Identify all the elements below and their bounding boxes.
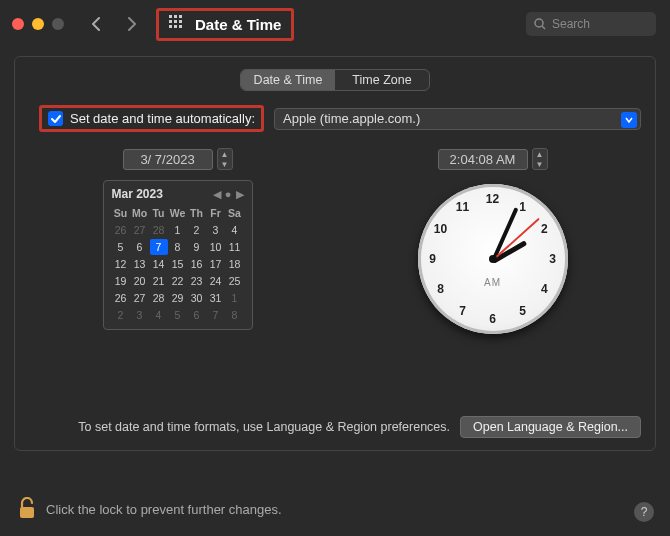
auto-time-label: Set date and time automatically: (70, 111, 255, 126)
calendar-day[interactable]: 17 (207, 256, 225, 272)
calendar-day[interactable]: 12 (112, 256, 130, 272)
forward-button[interactable] (118, 11, 146, 37)
calendar-grid: SuMoTuWeThFrSa26272812345678910111213141… (112, 205, 244, 323)
calendar-dow: We (169, 205, 187, 221)
search-input[interactable]: Search (526, 12, 656, 36)
calendar-day-dim[interactable]: 8 (226, 307, 244, 323)
calendar-day-dim[interactable]: 1 (226, 290, 244, 306)
calendar-dow: Mo (131, 205, 149, 221)
calendar-day[interactable]: 10 (207, 239, 225, 255)
calendar-day[interactable]: 11 (226, 239, 244, 255)
calendar-day-dim[interactable]: 3 (131, 307, 149, 323)
analog-clock[interactable]: AM 123456789101112 (418, 184, 568, 334)
calendar-day-dim[interactable]: 4 (150, 307, 168, 323)
calendar-day[interactable]: 13 (131, 256, 149, 272)
lock-text: Click the lock to prevent further change… (46, 502, 282, 517)
tab-time-zone[interactable]: Time Zone (335, 70, 429, 90)
calendar-day[interactable]: 24 (207, 273, 225, 289)
date-column: 3/ 7/2023 ▲ ▼ Mar 2023 ◀ ● ▶ (35, 148, 320, 334)
calendar-day[interactable]: 26 (112, 290, 130, 306)
close-window-icon[interactable] (12, 18, 24, 30)
svg-line-10 (542, 26, 545, 29)
date-field[interactable]: 3/ 7/2023 (123, 149, 213, 170)
zoom-window-icon[interactable] (52, 18, 64, 30)
panel-footer: To set date and time formats, use Langua… (29, 416, 641, 438)
calendar-nav: ◀ ● ▶ (213, 188, 244, 201)
calendar-day-dim[interactable]: 28 (150, 222, 168, 238)
time-server-select[interactable]: Apple (time.apple.com.) (274, 108, 641, 130)
calendar-day-dim[interactable]: 5 (169, 307, 187, 323)
svg-rect-7 (174, 25, 177, 28)
calendar-day[interactable]: 8 (169, 239, 187, 255)
tab-date-time[interactable]: Date & Time (241, 70, 335, 90)
clock-numeral: 9 (429, 252, 436, 266)
calendar-day-dim[interactable]: 7 (207, 307, 225, 323)
calendar-day[interactable]: 1 (169, 222, 187, 238)
calendar-day[interactable]: 14 (150, 256, 168, 272)
search-placeholder: Search (552, 17, 590, 31)
calendar-day[interactable]: 22 (169, 273, 187, 289)
stepper-up-icon: ▲ (218, 149, 232, 159)
svg-rect-6 (169, 25, 172, 28)
calendar-day[interactable]: 4 (226, 222, 244, 238)
stepper-down-icon: ▼ (218, 159, 232, 169)
calendar-day[interactable]: 7 (150, 239, 168, 255)
calendar-day[interactable]: 23 (188, 273, 206, 289)
calendar-day[interactable]: 29 (169, 290, 187, 306)
minimize-window-icon[interactable] (32, 18, 44, 30)
calendar-prev-icon[interactable]: ◀ (213, 188, 221, 201)
nav-buttons (82, 11, 146, 37)
help-button[interactable]: ? (634, 502, 654, 522)
calendar-next-icon[interactable]: ▶ (236, 188, 244, 201)
time-field[interactable]: 2:04:08 AM (438, 149, 528, 170)
calendar-day[interactable]: 27 (131, 290, 149, 306)
lock-icon[interactable] (18, 497, 36, 522)
auto-time-checkbox[interactable] (48, 111, 63, 126)
clock-numeral: 5 (519, 304, 526, 318)
clock-numeral: 6 (489, 312, 496, 326)
calendar-day-dim[interactable]: 27 (131, 222, 149, 238)
titlebar: Date & Time Search (0, 0, 670, 48)
calendar-day[interactable]: 9 (188, 239, 206, 255)
calendar-day[interactable]: 21 (150, 273, 168, 289)
time-field-wrap: 2:04:08 AM ▲ ▼ (438, 148, 548, 170)
svg-rect-0 (169, 15, 172, 18)
clock-numeral: 8 (437, 282, 444, 296)
calendar: Mar 2023 ◀ ● ▶ SuMoTuWeThFrSa26272812345… (103, 180, 253, 330)
calendar-day[interactable]: 31 (207, 290, 225, 306)
calendar-day[interactable]: 15 (169, 256, 187, 272)
calendar-day[interactable]: 19 (112, 273, 130, 289)
calendar-day-dim[interactable]: 26 (112, 222, 130, 238)
second-hand (492, 218, 539, 261)
page-title: Date & Time (195, 16, 281, 33)
calendar-day[interactable]: 2 (188, 222, 206, 238)
calendar-day[interactable]: 20 (131, 273, 149, 289)
date-stepper[interactable]: ▲ ▼ (217, 148, 233, 170)
calendar-day-dim[interactable]: 2 (112, 307, 130, 323)
lock-row: Click the lock to prevent further change… (18, 497, 282, 522)
calendar-day[interactable]: 3 (207, 222, 225, 238)
tab-segmented: Date & Time Time Zone (240, 69, 430, 91)
clock-numeral: 12 (486, 192, 499, 206)
calendar-day[interactable]: 16 (188, 256, 206, 272)
svg-rect-5 (179, 20, 182, 23)
calendar-day[interactable]: 6 (131, 239, 149, 255)
back-button[interactable] (82, 11, 110, 37)
auto-highlight: Set date and time automatically: (39, 105, 264, 132)
search-icon (534, 18, 546, 30)
time-stepper[interactable]: ▲ ▼ (532, 148, 548, 170)
calendar-today-icon[interactable]: ● (225, 188, 232, 201)
open-language-region-button[interactable]: Open Language & Region... (460, 416, 641, 438)
calendar-day[interactable]: 25 (226, 273, 244, 289)
clock-numeral: 2 (541, 222, 548, 236)
calendar-day[interactable]: 30 (188, 290, 206, 306)
calendar-day-dim[interactable]: 6 (188, 307, 206, 323)
show-all-icon[interactable] (169, 15, 185, 34)
window-controls (12, 18, 64, 30)
calendar-day[interactable]: 5 (112, 239, 130, 255)
calendar-day[interactable]: 28 (150, 290, 168, 306)
chevron-down-icon (621, 112, 637, 128)
svg-rect-11 (20, 507, 34, 518)
calendar-day[interactable]: 18 (226, 256, 244, 272)
calendar-dow: Fr (207, 205, 225, 221)
